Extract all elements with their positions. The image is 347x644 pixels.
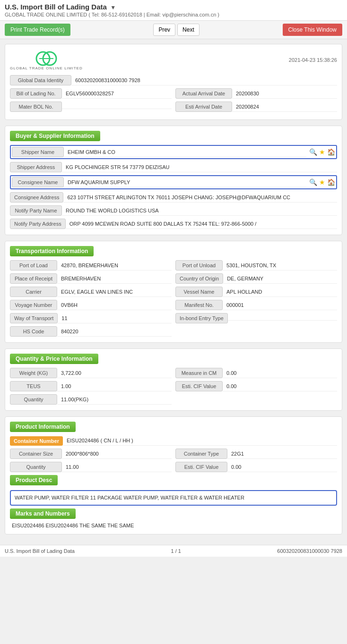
global-id-label: Global Data Identity bbox=[10, 75, 71, 85]
vessel-name-label: Vessel Name bbox=[175, 287, 223, 297]
marks-numbers-label: Marks and Numbers bbox=[10, 508, 76, 519]
marks-numbers-section: Marks and Numbers EISU2024486 EISU202448… bbox=[10, 508, 337, 531]
identity-section: Global Data Identity 600320200831000030 … bbox=[10, 75, 337, 112]
quantity-qp-value: 11.00(PKG) bbox=[57, 395, 172, 405]
inbond-entry-value bbox=[228, 316, 337, 321]
notify-party-name-label: Notify Party Name bbox=[10, 205, 62, 216]
manifest-no-label: Manifest No. bbox=[175, 300, 223, 310]
carrier-value: EGLV, EAGLE VAN LINES INC bbox=[57, 287, 172, 297]
notify-party-address-row: Notify Party Address ORP 4099 MCEWEN ROA… bbox=[10, 219, 337, 229]
port-unload-label: Port of Unload bbox=[175, 260, 223, 271]
bol-no-label: Bill of Lading No. bbox=[10, 88, 62, 99]
voyage-number-value: 0VB6H bbox=[57, 300, 172, 310]
toolbar: Print Trade Record(s) Prev Next Close Th… bbox=[0, 21, 347, 39]
marks-numbers-value: EISU2024486 EISU2024486 THE SAME THE SAM… bbox=[10, 521, 337, 531]
actual-arrival-value: 20200830 bbox=[232, 89, 337, 99]
inbond-entry-label: In-bond Entry Type bbox=[175, 313, 228, 323]
footer-bar: U.S. Import Bill of Lading Data 1 / 1 60… bbox=[0, 545, 347, 557]
hs-code-value: 840220 bbox=[57, 327, 172, 337]
next-button[interactable]: Next bbox=[177, 24, 200, 36]
weight-value: 3,722.00 bbox=[57, 368, 172, 378]
search-icon-2[interactable]: 🔍 bbox=[309, 178, 317, 186]
mater-bol-label: Mater BOL No. bbox=[10, 102, 62, 112]
search-icon[interactable]: 🔍 bbox=[309, 148, 317, 156]
home-icon-2[interactable]: 🏠 bbox=[327, 178, 335, 186]
manifest-no-value: 000001 bbox=[223, 300, 337, 310]
consignee-name-row: Consignee Name DFW AQUARIUM SUPPLY 🔍 ★ 🏠 bbox=[10, 175, 337, 189]
esti-arrival-value: 20200824 bbox=[232, 102, 337, 112]
timestamp: 2021-04-23 15:38:26 bbox=[289, 57, 337, 63]
teus-value: 1.00 bbox=[57, 381, 172, 391]
transportation-header: Transportation Information bbox=[10, 246, 94, 256]
product-desc-label: Product Desc bbox=[10, 475, 58, 485]
global-id-row: Global Data Identity 600320200831000030 … bbox=[10, 75, 337, 85]
product-info-section: Product Information Container Number EIS… bbox=[5, 416, 342, 534]
esti-cif-pi-label: Esti. CIF Value bbox=[175, 462, 227, 472]
teus-label: TEUS bbox=[10, 381, 57, 391]
footer-record-id: 600320200831000030 7928 bbox=[277, 548, 342, 554]
shipper-address-row: Shipper Address KG PLOCHINGER STR 54 737… bbox=[10, 162, 337, 172]
quantity-pi-value: 11.00 bbox=[62, 462, 172, 472]
way-transport-label: Way of Transport bbox=[10, 313, 58, 323]
mater-bol-value bbox=[62, 105, 172, 109]
quantity-qp-label: Quantity bbox=[10, 394, 57, 405]
star-icon-2[interactable]: ★ bbox=[319, 178, 325, 186]
print-button[interactable]: Print Trade Record(s) bbox=[5, 24, 70, 36]
top-bar: U.S. Import Bill of Lading Data ▼ GLOBAL… bbox=[0, 0, 347, 21]
product-desc-value: WATER PUMP, WATER FILTER 11 PACKAGE WATE… bbox=[10, 490, 337, 506]
bol-no-value: EGLV560000328257 bbox=[62, 89, 172, 99]
container-number-value: EISU2024486 ( CN / L / HH ) bbox=[63, 436, 337, 446]
notify-party-address-value: ORP 4099 MCEWEN ROAD SUITE 800 DALLAS TX… bbox=[66, 219, 337, 229]
place-receipt-label: Place of Receipt bbox=[10, 273, 57, 284]
actual-arrival-label: Actual Arrival Date bbox=[175, 88, 232, 99]
page-title: U.S. Import Bill of Lading Data bbox=[5, 3, 107, 11]
logo-area: GLOBAL TRADE ONLINE LIMITED bbox=[10, 49, 83, 70]
shipper-name-row: Shipper Name EHEIM GMBH & CO 🔍 ★ 🏠 bbox=[10, 145, 337, 159]
quantity-price-section: Quantity & Price Information Weight (KG)… bbox=[5, 348, 342, 411]
prev-button[interactable]: Prev bbox=[153, 24, 175, 36]
container-number-row: Container Number EISU2024486 ( CN / L / … bbox=[10, 436, 337, 446]
shipper-name-value: EHEIM GMBH & CO bbox=[64, 147, 306, 157]
record-header: GLOBAL TRADE ONLINE LIMITED 2021-04-23 1… bbox=[10, 49, 337, 70]
quantity-pi-label: Quantity bbox=[10, 462, 62, 472]
star-icon[interactable]: ★ bbox=[319, 148, 325, 156]
consignee-icons: 🔍 ★ 🏠 bbox=[309, 178, 335, 186]
esti-cif-pi-value: 0.00 bbox=[227, 462, 337, 472]
container-type-value: 22G1 bbox=[227, 449, 337, 459]
shipper-name-label: Shipper Name bbox=[12, 147, 64, 157]
close-button[interactable]: Close This Window bbox=[283, 24, 342, 36]
esti-cif-label: Esti. CIF Value bbox=[175, 381, 223, 391]
product-desc-section: Product Desc WATER PUMP, WATER FILTER 11… bbox=[10, 475, 337, 506]
esti-cif-value: 0.00 bbox=[223, 381, 337, 391]
consignee-address-row: Consignee Address 623 107TH STREET ARLIN… bbox=[10, 192, 337, 203]
port-load-value: 42870, BREMERHAVEN bbox=[57, 261, 172, 271]
container-size-value: 2000*806*800 bbox=[62, 449, 172, 459]
country-origin-value: DE, GERMANY bbox=[223, 274, 337, 284]
shipper-address-label: Shipper Address bbox=[10, 162, 62, 172]
product-info-header: Product Information bbox=[10, 422, 76, 432]
home-icon[interactable]: 🏠 bbox=[327, 148, 335, 156]
buyer-supplier-header: Buyer & Supplier Information bbox=[10, 131, 100, 141]
consignee-address-label: Consignee Address bbox=[10, 192, 63, 203]
port-unload-value: 5301, HOUSTON, TX bbox=[223, 261, 337, 271]
shipper-address-value: KG PLOCHINGER STR 54 73779 DEIZISAU bbox=[62, 162, 337, 172]
container-size-label: Container Size bbox=[10, 449, 62, 459]
way-transport-value: 11 bbox=[58, 314, 172, 323]
record-card: GLOBAL TRADE ONLINE LIMITED 2021-04-23 1… bbox=[5, 44, 342, 120]
container-number-label: Container Number bbox=[10, 436, 63, 446]
container-type-label: Container Type bbox=[175, 449, 227, 459]
quantity-price-header: Quantity & Price Information bbox=[10, 354, 98, 364]
place-receipt-value: BREMERHAVEN bbox=[57, 274, 172, 284]
nav-group: Prev Next bbox=[74, 24, 279, 36]
measure-label: Measure in CM bbox=[175, 368, 223, 378]
carrier-label: Carrier bbox=[10, 287, 57, 297]
dropdown-arrow-icon[interactable]: ▼ bbox=[110, 4, 116, 11]
country-origin-label: Country of Origin bbox=[175, 273, 223, 284]
consignee-name-value: DFW AQUARIUM SUPPLY bbox=[64, 178, 306, 187]
transportation-section: Transportation Information Port of Load … bbox=[5, 241, 342, 343]
global-id-value: 600320200831000030 7928 bbox=[71, 76, 337, 85]
measure-value: 0.00 bbox=[223, 368, 337, 378]
hs-code-label: HS Code bbox=[10, 326, 57, 337]
voyage-number-label: Voyage Number bbox=[10, 300, 57, 310]
footer-page-info: 1 / 1 bbox=[171, 548, 181, 554]
